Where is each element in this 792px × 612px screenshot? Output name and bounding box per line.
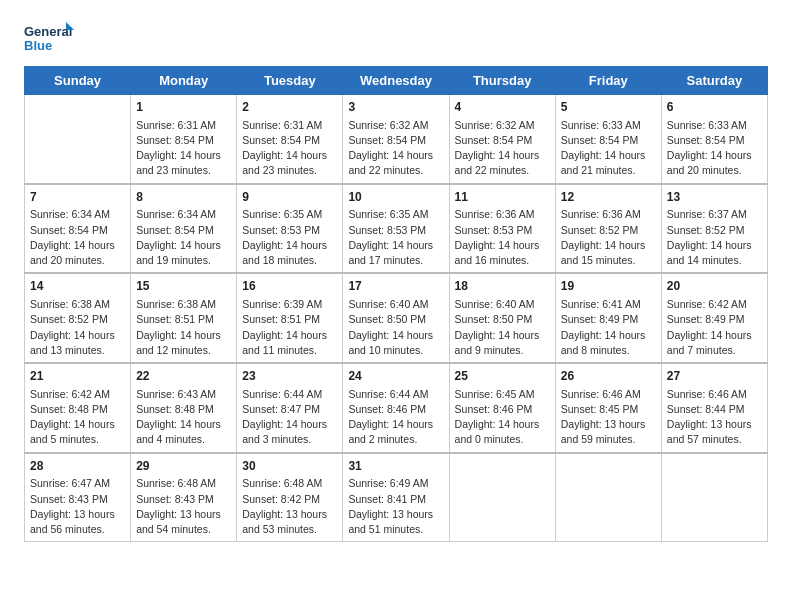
day-number: 3 [348, 99, 443, 116]
calendar-cell: 12Sunrise: 6:36 AMSunset: 8:52 PMDayligh… [555, 184, 661, 274]
day-number: 26 [561, 368, 656, 385]
day-of-week-header: Friday [555, 67, 661, 95]
logo-svg: General Blue [24, 20, 74, 58]
day-number: 1 [136, 99, 231, 116]
day-info: Sunrise: 6:39 AMSunset: 8:51 PMDaylight:… [242, 297, 337, 358]
day-number: 5 [561, 99, 656, 116]
day-number: 4 [455, 99, 550, 116]
day-info: Sunrise: 6:38 AMSunset: 8:52 PMDaylight:… [30, 297, 125, 358]
calendar-week-row: 21Sunrise: 6:42 AMSunset: 8:48 PMDayligh… [25, 363, 768, 453]
calendar-cell: 17Sunrise: 6:40 AMSunset: 8:50 PMDayligh… [343, 273, 449, 363]
day-info: Sunrise: 6:34 AMSunset: 8:54 PMDaylight:… [136, 207, 231, 268]
day-number: 21 [30, 368, 125, 385]
calendar-cell: 1Sunrise: 6:31 AMSunset: 8:54 PMDaylight… [131, 95, 237, 184]
day-of-week-header: Thursday [449, 67, 555, 95]
calendar-cell: 28Sunrise: 6:47 AMSunset: 8:43 PMDayligh… [25, 453, 131, 542]
calendar-week-row: 14Sunrise: 6:38 AMSunset: 8:52 PMDayligh… [25, 273, 768, 363]
calendar-cell [555, 453, 661, 542]
day-number: 25 [455, 368, 550, 385]
day-number: 19 [561, 278, 656, 295]
calendar-cell: 24Sunrise: 6:44 AMSunset: 8:46 PMDayligh… [343, 363, 449, 453]
day-info: Sunrise: 6:36 AMSunset: 8:52 PMDaylight:… [561, 207, 656, 268]
calendar-cell: 29Sunrise: 6:48 AMSunset: 8:43 PMDayligh… [131, 453, 237, 542]
day-number: 22 [136, 368, 231, 385]
day-info: Sunrise: 6:35 AMSunset: 8:53 PMDaylight:… [348, 207, 443, 268]
day-number: 30 [242, 458, 337, 475]
day-info: Sunrise: 6:32 AMSunset: 8:54 PMDaylight:… [348, 118, 443, 179]
day-number: 23 [242, 368, 337, 385]
day-of-week-header: Saturday [661, 67, 767, 95]
calendar-cell: 9Sunrise: 6:35 AMSunset: 8:53 PMDaylight… [237, 184, 343, 274]
day-info: Sunrise: 6:42 AMSunset: 8:49 PMDaylight:… [667, 297, 762, 358]
calendar-cell: 26Sunrise: 6:46 AMSunset: 8:45 PMDayligh… [555, 363, 661, 453]
day-info: Sunrise: 6:42 AMSunset: 8:48 PMDaylight:… [30, 387, 125, 448]
day-info: Sunrise: 6:34 AMSunset: 8:54 PMDaylight:… [30, 207, 125, 268]
day-of-week-header: Tuesday [237, 67, 343, 95]
calendar-cell: 27Sunrise: 6:46 AMSunset: 8:44 PMDayligh… [661, 363, 767, 453]
day-number: 18 [455, 278, 550, 295]
day-info: Sunrise: 6:37 AMSunset: 8:52 PMDaylight:… [667, 207, 762, 268]
day-info: Sunrise: 6:35 AMSunset: 8:53 PMDaylight:… [242, 207, 337, 268]
calendar-cell: 3Sunrise: 6:32 AMSunset: 8:54 PMDaylight… [343, 95, 449, 184]
day-info: Sunrise: 6:31 AMSunset: 8:54 PMDaylight:… [242, 118, 337, 179]
calendar-cell: 18Sunrise: 6:40 AMSunset: 8:50 PMDayligh… [449, 273, 555, 363]
day-info: Sunrise: 6:48 AMSunset: 8:43 PMDaylight:… [136, 476, 231, 537]
calendar-cell: 19Sunrise: 6:41 AMSunset: 8:49 PMDayligh… [555, 273, 661, 363]
calendar-cell: 10Sunrise: 6:35 AMSunset: 8:53 PMDayligh… [343, 184, 449, 274]
day-number: 8 [136, 189, 231, 206]
day-number: 27 [667, 368, 762, 385]
day-info: Sunrise: 6:40 AMSunset: 8:50 PMDaylight:… [348, 297, 443, 358]
calendar-cell: 2Sunrise: 6:31 AMSunset: 8:54 PMDaylight… [237, 95, 343, 184]
day-info: Sunrise: 6:49 AMSunset: 8:41 PMDaylight:… [348, 476, 443, 537]
day-info: Sunrise: 6:46 AMSunset: 8:44 PMDaylight:… [667, 387, 762, 448]
calendar-cell: 31Sunrise: 6:49 AMSunset: 8:41 PMDayligh… [343, 453, 449, 542]
header-section: General Blue [24, 20, 768, 58]
day-info: Sunrise: 6:40 AMSunset: 8:50 PMDaylight:… [455, 297, 550, 358]
day-number: 11 [455, 189, 550, 206]
day-info: Sunrise: 6:48 AMSunset: 8:42 PMDaylight:… [242, 476, 337, 537]
day-info: Sunrise: 6:38 AMSunset: 8:51 PMDaylight:… [136, 297, 231, 358]
day-of-week-header: Monday [131, 67, 237, 95]
calendar-cell: 14Sunrise: 6:38 AMSunset: 8:52 PMDayligh… [25, 273, 131, 363]
calendar-cell: 7Sunrise: 6:34 AMSunset: 8:54 PMDaylight… [25, 184, 131, 274]
day-number: 9 [242, 189, 337, 206]
calendar-cell: 23Sunrise: 6:44 AMSunset: 8:47 PMDayligh… [237, 363, 343, 453]
day-number: 12 [561, 189, 656, 206]
logo: General Blue [24, 20, 74, 58]
calendar-cell: 4Sunrise: 6:32 AMSunset: 8:54 PMDaylight… [449, 95, 555, 184]
calendar-week-row: 1Sunrise: 6:31 AMSunset: 8:54 PMDaylight… [25, 95, 768, 184]
day-number: 28 [30, 458, 125, 475]
calendar-cell [661, 453, 767, 542]
calendar-cell: 21Sunrise: 6:42 AMSunset: 8:48 PMDayligh… [25, 363, 131, 453]
day-number: 16 [242, 278, 337, 295]
calendar-cell: 5Sunrise: 6:33 AMSunset: 8:54 PMDaylight… [555, 95, 661, 184]
calendar-cell: 8Sunrise: 6:34 AMSunset: 8:54 PMDaylight… [131, 184, 237, 274]
calendar-cell: 13Sunrise: 6:37 AMSunset: 8:52 PMDayligh… [661, 184, 767, 274]
calendar-cell: 15Sunrise: 6:38 AMSunset: 8:51 PMDayligh… [131, 273, 237, 363]
day-of-week-header: Wednesday [343, 67, 449, 95]
day-info: Sunrise: 6:36 AMSunset: 8:53 PMDaylight:… [455, 207, 550, 268]
day-number: 31 [348, 458, 443, 475]
calendar-week-row: 7Sunrise: 6:34 AMSunset: 8:54 PMDaylight… [25, 184, 768, 274]
day-number: 24 [348, 368, 443, 385]
day-number: 13 [667, 189, 762, 206]
calendar-week-row: 28Sunrise: 6:47 AMSunset: 8:43 PMDayligh… [25, 453, 768, 542]
day-info: Sunrise: 6:33 AMSunset: 8:54 PMDaylight:… [667, 118, 762, 179]
day-info: Sunrise: 6:32 AMSunset: 8:54 PMDaylight:… [455, 118, 550, 179]
day-number: 20 [667, 278, 762, 295]
day-info: Sunrise: 6:41 AMSunset: 8:49 PMDaylight:… [561, 297, 656, 358]
day-number: 29 [136, 458, 231, 475]
calendar-cell: 11Sunrise: 6:36 AMSunset: 8:53 PMDayligh… [449, 184, 555, 274]
day-number: 2 [242, 99, 337, 116]
calendar-cell [449, 453, 555, 542]
calendar-cell: 30Sunrise: 6:48 AMSunset: 8:42 PMDayligh… [237, 453, 343, 542]
day-info: Sunrise: 6:33 AMSunset: 8:54 PMDaylight:… [561, 118, 656, 179]
day-info: Sunrise: 6:46 AMSunset: 8:45 PMDaylight:… [561, 387, 656, 448]
calendar-cell: 16Sunrise: 6:39 AMSunset: 8:51 PMDayligh… [237, 273, 343, 363]
calendar-header-row: SundayMondayTuesdayWednesdayThursdayFrid… [25, 67, 768, 95]
day-number: 6 [667, 99, 762, 116]
day-info: Sunrise: 6:44 AMSunset: 8:46 PMDaylight:… [348, 387, 443, 448]
calendar-cell: 20Sunrise: 6:42 AMSunset: 8:49 PMDayligh… [661, 273, 767, 363]
svg-text:General: General [24, 24, 72, 39]
day-number: 14 [30, 278, 125, 295]
